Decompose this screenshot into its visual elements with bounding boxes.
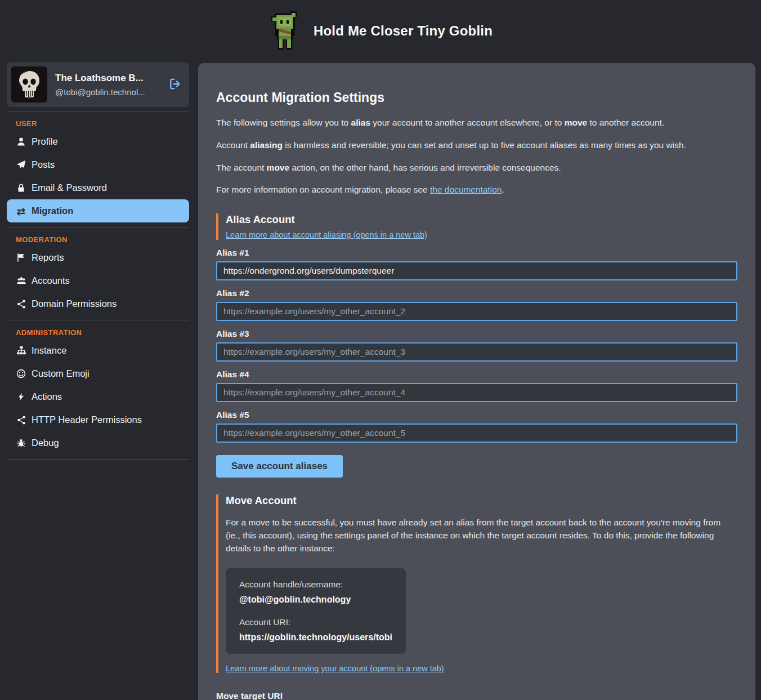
sidebar-item-label: Custom Emoji	[32, 368, 89, 379]
sidebar-item-label: Debug	[32, 438, 59, 448]
alias-2-label: Alias #2	[216, 288, 737, 298]
move-account-section: Move Account For a move to be successful…	[216, 494, 737, 673]
intro-paragraph: Account aliasing is harmless and reversi…	[216, 139, 737, 152]
avatar	[11, 66, 47, 102]
sidebar-section-moderation: MODERATION Reports Accounts	[7, 228, 189, 320]
sidebar-item-label: Reports	[32, 252, 64, 263]
main-panel: Account Migration Settings The following…	[198, 63, 755, 700]
sidebar-item-posts[interactable]: Posts	[7, 153, 189, 176]
save-account-aliases-button[interactable]: Save account aliases	[216, 455, 343, 478]
alias-field: Alias #1	[216, 248, 737, 280]
paper-plane-icon	[16, 160, 26, 170]
sidebar-item-label: Email & Password	[32, 182, 107, 193]
sidebar-item-label: Profile	[32, 136, 58, 147]
sidebar-item-label: Migration	[32, 206, 73, 216]
section-heading-administration: ADMINISTRATION	[7, 327, 189, 339]
sidebar-item-label: Accounts	[32, 275, 70, 286]
move-description: For a move to be successful, you must ha…	[226, 516, 735, 555]
alias-1-label: Alias #1	[216, 248, 737, 258]
page-title: Account Migration Settings	[216, 90, 737, 105]
sidebar-item-instance[interactable]: Instance	[7, 339, 189, 362]
alias-5-input[interactable]	[216, 423, 737, 443]
smiley-icon	[16, 369, 26, 378]
account-handle: @tobi@goblin.technol...	[55, 87, 160, 97]
sidebar-section-user: USER Profile Posts	[7, 111, 189, 228]
sidebar-item-label: Domain Permissions	[32, 298, 117, 309]
alias-account-section: Alias Account Learn more about account a…	[216, 213, 737, 240]
alias-2-input[interactable]	[216, 302, 737, 321]
sidebar-item-accounts[interactable]: Accounts	[7, 269, 189, 292]
goblin-pixel-logo-icon	[268, 11, 301, 51]
sidebar-item-http-header-permissions[interactable]: HTTP Header Permissions	[7, 408, 189, 431]
app-title: Hold Me Closer Tiny Goblin	[314, 23, 493, 39]
alias-1-input[interactable]	[216, 261, 737, 280]
sidebar-item-reports[interactable]: Reports	[7, 246, 189, 269]
sidebar-item-profile[interactable]: Profile	[7, 130, 189, 153]
alias-field: Alias #4	[216, 369, 737, 402]
alias-field: Alias #2	[216, 288, 737, 321]
section-heading-user: USER	[7, 118, 189, 130]
move-learn-more-link[interactable]: Learn more about moving your account (op…	[226, 664, 737, 673]
account-display-name: The Loathsome B...	[55, 73, 160, 84]
alias-5-label: Alias #5	[216, 410, 737, 420]
account-handle-label: Account handle/username:	[239, 579, 392, 590]
move-target-uri-label: Move target URI	[216, 691, 737, 700]
users-icon	[16, 276, 26, 286]
app-header: Hold Me Closer Tiny Goblin	[0, 0, 761, 62]
user-icon	[16, 137, 26, 146]
share-nodes-icon	[16, 416, 26, 425]
intro-paragraph: For more information on account migratio…	[216, 184, 737, 197]
section-heading-moderation: MODERATION	[7, 234, 189, 246]
bolt-icon	[16, 392, 26, 402]
logout-button[interactable]	[168, 77, 182, 93]
sidebar-item-debug[interactable]: Debug	[7, 431, 189, 454]
migration-arrows-icon: ⇄	[16, 207, 26, 216]
intro-paragraph: The following settings allow you to alia…	[216, 117, 737, 130]
alias-fields: Alias #1 Alias #2 Alias #3 Alias #4 Alia…	[216, 248, 737, 443]
sidebar-section-administration: ADMINISTRATION Instance	[7, 320, 189, 460]
account-handle-value: @tobi@goblin.technology	[239, 595, 392, 605]
sitemap-icon	[16, 346, 26, 355]
alias-4-label: Alias #4	[216, 369, 737, 380]
sidebar-item-domain-permissions[interactable]: Domain Permissions	[7, 292, 189, 315]
sidebar-item-label: HTTP Header Permissions	[32, 414, 142, 425]
sidebar-item-migration[interactable]: ⇄ Migration	[7, 199, 189, 222]
sidebar-item-custom-emoji[interactable]: Custom Emoji	[7, 362, 189, 385]
lock-icon	[16, 183, 26, 193]
alias-section-heading: Alias Account	[226, 213, 737, 226]
sidebar-item-label: Actions	[32, 391, 62, 402]
account-uri-value: https://goblin.technology/users/tobi	[239, 632, 392, 643]
alias-field: Alias #5	[216, 410, 737, 443]
alias-4-input[interactable]	[216, 383, 737, 402]
sidebar-item-label: Posts	[32, 159, 55, 170]
alias-3-label: Alias #3	[216, 329, 737, 339]
sidebar-item-label: Instance	[32, 345, 66, 356]
alias-3-input[interactable]	[216, 342, 737, 362]
share-nodes-icon	[16, 300, 26, 309]
inline-link[interactable]: the documentation	[430, 185, 502, 194]
alias-learn-more-link[interactable]: Learn more about account aliasing (opens…	[226, 230, 427, 239]
bug-icon	[16, 438, 26, 448]
user-card: The Loathsome B... @tobi@goblin.technol.…	[7, 62, 189, 107]
sidebar-item-actions[interactable]: Actions	[7, 385, 189, 408]
flag-icon	[16, 253, 26, 262]
account-uri-label: Account URI:	[239, 617, 392, 627]
sidebar: The Loathsome B... @tobi@goblin.technol.…	[7, 62, 189, 460]
sign-out-icon	[169, 78, 181, 90]
move-details-card: Account handle/username: @tobi@goblin.te…	[226, 568, 406, 654]
move-section-heading: Move Account	[226, 494, 737, 507]
sidebar-item-email-password[interactable]: Email & Password	[7, 176, 189, 199]
alias-field: Alias #3	[216, 329, 737, 362]
intro-paragraph: The account move action, on the other ha…	[216, 162, 737, 175]
